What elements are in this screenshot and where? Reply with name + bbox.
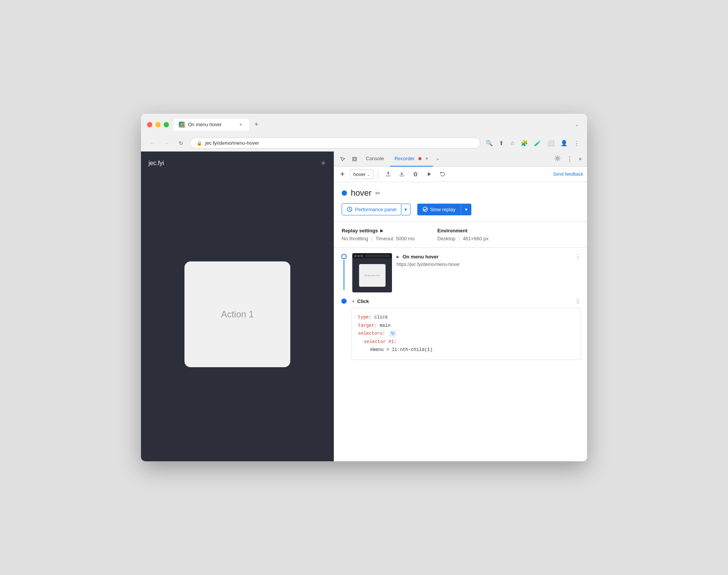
website-header: jec.fyi ☀ [149, 159, 326, 167]
tab-console[interactable]: Console [361, 151, 389, 167]
send-feedback-link[interactable]: Send feedback [553, 172, 583, 177]
environment-title: Environment [437, 228, 488, 233]
replay-settings-title: Replay settings ▶ [342, 228, 415, 233]
active-tab[interactable]: On menu hover × [173, 119, 249, 131]
import-button[interactable] [397, 169, 407, 179]
devtools-close-button[interactable]: × [576, 155, 584, 164]
step-click: ▾ Click ⋮ [334, 292, 587, 308]
profile-icon[interactable]: 👤 [559, 138, 569, 148]
devtools-panel: Console Recorder × » ⋮ × + hove [334, 151, 587, 461]
export-button[interactable] [383, 169, 393, 179]
brightness-icon[interactable]: ☀ [320, 159, 326, 167]
refresh-button[interactable]: ↻ [176, 138, 186, 148]
share-icon[interactable]: ⬆ [497, 138, 505, 148]
layers-tool-button[interactable] [349, 154, 360, 164]
code-type-key: type: [358, 315, 372, 320]
performance-panel-label: Performance panel [355, 207, 397, 212]
more-tabs-button[interactable]: » [434, 155, 441, 163]
slow-replay-button[interactable]: Slow replay [417, 204, 461, 215]
replay-settings-values: No throttling | Timeout: 5000 ms [342, 236, 415, 241]
step-navigate-expand[interactable]: ▶ [397, 255, 400, 259]
code-line-selectors: selectors: [358, 330, 575, 338]
step-navigate-more[interactable]: ⋮ [575, 253, 581, 260]
step-click-timeline [340, 298, 348, 304]
lock-icon: 🔒 [197, 141, 202, 146]
play-button[interactable] [424, 169, 434, 179]
devtools-more-button[interactable]: ⋮ [564, 154, 575, 164]
step-navigate: Hover over me! ▶ On menu hover ⋮ https:/… [334, 248, 587, 292]
step-click-content: ▾ Click ⋮ [352, 298, 581, 308]
traffic-lights [147, 122, 169, 127]
close-traffic-light[interactable] [147, 122, 152, 127]
main-content: jec.fyi ☀ Action 1 Console [141, 151, 587, 461]
throttling-value: No throttling [342, 236, 368, 241]
tab-favicon [179, 122, 185, 128]
cursor-tool-button[interactable] [337, 154, 348, 164]
step-navigate-timeline [340, 253, 348, 290]
recording-steps: Hover over me! ▶ On menu hover ⋮ https:/… [334, 248, 587, 461]
minimize-traffic-light[interactable] [155, 122, 161, 127]
address-actions: 🔍 ⬆ ☆ 🧩 🧪 ⬜ 👤 ⋮ [484, 138, 581, 148]
website-panel: jec.fyi ☀ Action 1 [141, 151, 334, 461]
recording-title: hover [351, 188, 372, 198]
performance-panel-button[interactable]: Performance panel [342, 203, 401, 215]
step-navigate-thumbnail: Hover over me! [352, 253, 392, 292]
step-click-more[interactable]: ⋮ [575, 298, 581, 305]
undo-button[interactable] [437, 169, 448, 179]
code-selector1-key: selector #1: [364, 339, 397, 345]
search-icon[interactable]: 🔍 [484, 138, 494, 148]
step-click-circle [341, 298, 347, 304]
add-recording-button[interactable]: + [338, 169, 347, 179]
recorder-label: Recorder [395, 156, 415, 161]
devtools-settings-button[interactable] [552, 154, 563, 164]
environment-settings-group: Environment Desktop | 461×660 px [437, 228, 488, 241]
code-line-selector1: selector #1: [358, 338, 575, 346]
new-tab-button[interactable]: + [251, 118, 262, 131]
maximize-traffic-light[interactable] [164, 122, 169, 127]
delete-recording-button[interactable] [410, 169, 421, 179]
tab-recorder[interactable]: Recorder × [390, 151, 433, 167]
replay-settings-expand[interactable]: ▶ [380, 229, 383, 233]
desktop-label: Desktop [437, 236, 455, 241]
tab-chevron[interactable]: ⌄ [573, 120, 581, 130]
website-logo: jec.fyi [149, 160, 164, 167]
recorder-close-icon[interactable]: × [425, 156, 428, 161]
devtools-toolbar: Console Recorder × » ⋮ × [334, 151, 587, 167]
selector-icon-button[interactable] [389, 330, 396, 337]
slow-replay-group: Slow replay ▾ [417, 204, 471, 215]
extensions-icon[interactable]: 🧩 [519, 138, 530, 148]
code-line-target: target: main [358, 322, 575, 330]
step-navigate-url: https://jec.fyi/demo/menu-hover [397, 262, 581, 267]
slow-replay-dropdown[interactable]: ▾ [461, 204, 471, 215]
recording-header: hover ✏ Performance panel ▾ [334, 182, 587, 222]
actions-separator [378, 170, 378, 179]
menu-icon[interactable]: ⋮ [572, 138, 581, 148]
recording-name-chevron: ⌄ [367, 172, 370, 176]
code-line-selector1-val: #menu > li:nth-child(1) [358, 346, 575, 354]
step-click-expand[interactable]: ▾ [352, 299, 354, 303]
code-selectors-key: selectors: [358, 331, 385, 336]
sidebar-icon[interactable]: ⬜ [546, 138, 556, 148]
recording-name-selector[interactable]: hover ⌄ [350, 170, 374, 179]
step-navigate-title: On menu hover [403, 254, 438, 260]
website-card-area: Action 1 [149, 175, 326, 454]
bookmark-icon[interactable]: ☆ [508, 138, 516, 148]
replay-settings-group: Replay settings ▶ No throttling | Timeou… [342, 228, 415, 241]
lab-icon[interactable]: 🧪 [533, 138, 543, 148]
slow-replay-label: Slow replay [430, 207, 455, 212]
address-bar[interactable]: 🔒 jec.fyi/demo/menu-hover [190, 138, 480, 148]
edit-recording-name-icon[interactable]: ✏ [375, 190, 380, 197]
browser-window: On menu hover × + ⌄ ← → ↻ 🔒 jec.fyi/demo… [141, 114, 587, 461]
tab-close-button[interactable]: × [238, 122, 244, 128]
code-selector1-value: #menu > li:nth-child(1) [370, 347, 433, 352]
recording-status-dot [342, 190, 347, 196]
tab-title: On menu hover [188, 122, 222, 127]
code-panel: type: click target: main selectors: [352, 308, 581, 360]
performance-panel-dropdown[interactable]: ▾ [401, 204, 410, 215]
forward-button[interactable]: → [161, 138, 172, 148]
back-button[interactable]: ← [147, 138, 158, 148]
recorder-actions-bar: + hover ⌄ [334, 167, 587, 182]
svg-rect-2 [353, 158, 356, 160]
address-bar-row: ← → ↻ 🔒 jec.fyi/demo/menu-hover 🔍 ⬆ ☆ 🧩 … [141, 134, 587, 151]
tab-bar: On menu hover × + ⌄ [173, 118, 581, 131]
